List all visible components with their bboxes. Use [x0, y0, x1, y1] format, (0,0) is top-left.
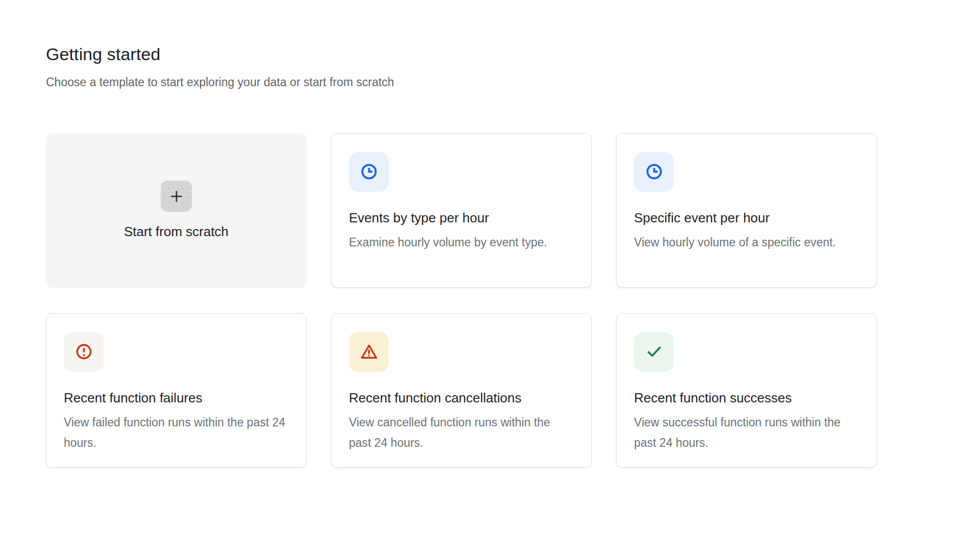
page-title: Getting started: [46, 44, 916, 65]
getting-started-section: Getting started Choose a template to sta…: [0, 0, 962, 468]
alert-circle-icon: [64, 332, 104, 372]
template-card-recent-function-successes[interactable]: Recent function successes View successfu…: [616, 313, 877, 468]
clock-icon: [634, 152, 674, 192]
page-subtitle: Choose a template to start exploring you…: [46, 75, 916, 90]
card-description: View hourly volume of a specific event.: [634, 233, 858, 253]
plus-icon: [161, 181, 192, 212]
warning-triangle-icon: [349, 332, 389, 372]
card-title: Recent function failures: [64, 390, 288, 406]
card-description: View successful function runs within the…: [634, 413, 858, 453]
start-from-scratch-label: Start from scratch: [124, 224, 229, 240]
card-title: Specific event per hour: [634, 210, 858, 226]
card-title: Events by type per hour: [349, 210, 573, 226]
clock-icon: [349, 152, 389, 192]
template-card-recent-function-cancellations[interactable]: Recent function cancellations View cance…: [331, 313, 592, 468]
template-card-recent-function-failures[interactable]: Recent function failures View failed fun…: [46, 313, 307, 468]
card-title: Recent function cancellations: [349, 390, 573, 406]
card-title: Recent function successes: [634, 390, 858, 406]
card-description: View failed function runs within the pas…: [64, 413, 288, 453]
card-description: View cancelled function runs within the …: [349, 413, 573, 453]
template-card-specific-event-per-hour[interactable]: Specific event per hour View hourly volu…: [616, 133, 877, 288]
start-from-scratch-card[interactable]: Start from scratch: [46, 133, 307, 288]
card-description: Examine hourly volume by event type.: [349, 233, 573, 253]
check-icon: [634, 332, 674, 372]
template-card-events-by-type-per-hour[interactable]: Events by type per hour Examine hourly v…: [331, 133, 592, 288]
template-grid: Start from scratch Events by type per ho…: [46, 133, 916, 468]
